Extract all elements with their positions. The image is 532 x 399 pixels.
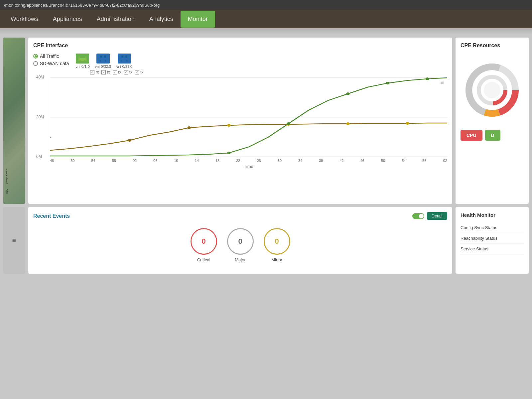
donut-chart-area — [462, 60, 522, 120]
major-label: Major — [235, 257, 246, 262]
x-axis-title: Time — [50, 164, 447, 169]
green-line — [50, 78, 447, 156]
radio-all-traffic[interactable]: All Traffic — [33, 54, 69, 59]
radio-sdwan[interactable]: SD-WAN data — [33, 61, 69, 66]
svg-rect-1 — [80, 56, 85, 58]
interface-icons-row: vni-0/1.0 vni- — [75, 54, 143, 68]
svg-rect-8 — [105, 60, 106, 62]
radio-all-traffic-indicator — [33, 54, 38, 59]
iface-vni0320[interactable]: vni-0/32.0 — [95, 54, 111, 68]
health-item-service-status: Service Status — [461, 244, 524, 254]
cb-tx2-label: tx — [129, 70, 132, 74]
gdot-3 — [346, 92, 350, 95]
svg-point-21 — [484, 82, 500, 98]
health-monitor-panel: Health Monitor Config Sync Status Reacha… — [456, 207, 529, 274]
map-sidebar: npс улица Катун — [3, 38, 25, 204]
major-circle: 0 — [227, 228, 254, 255]
main-content: npс улица Катун CPE Interface All Traffi… — [0, 34, 532, 207]
url-bar: /monitoring/appliances/Branch4!c7161683-… — [0, 0, 532, 10]
chart-area: ≡ 40M 20M 0M — [33, 77, 447, 170]
dot-6 — [406, 122, 409, 125]
x-axis-labels: 46 50 54 58 02 06 10 14 18 22 26 30 34 3… — [50, 159, 447, 163]
radio-sdwan-label: SD-WAN data — [40, 61, 69, 66]
cb-tx1-label: tx — [107, 70, 110, 74]
cb-tx3[interactable]: ✓ tx — [135, 70, 143, 74]
minor-circle: 0 — [264, 228, 290, 255]
events-circles: 0 Critical 0 Major 0 Minor — [33, 225, 447, 262]
cb-tx2[interactable]: ✓ tx — [124, 70, 132, 74]
dot-1 — [128, 139, 131, 142]
iface-vni010-icon — [76, 54, 89, 64]
nav-workflows[interactable]: Workflows — [3, 11, 46, 28]
cb-tx2-box: ✓ — [124, 70, 128, 74]
gdot-2 — [287, 122, 290, 125]
dot-5 — [346, 122, 350, 125]
checkboxes-row: ✓ rx ✓ tx ✓ rx ✓ tx — [90, 70, 143, 74]
resource-buttons-row: CPU D — [461, 130, 524, 141]
events-toggle[interactable] — [412, 213, 424, 219]
svg-rect-11 — [125, 56, 127, 58]
chart-svg: bps — [50, 77, 447, 157]
brown-line — [50, 123, 447, 150]
y-tick-0m: 0M — [36, 154, 42, 159]
minor-label: Minor — [271, 257, 282, 262]
svg-rect-5 — [100, 56, 102, 58]
iface-vni0320-icon — [96, 54, 110, 64]
y-axis-text: bps — [50, 133, 51, 140]
svg-rect-13 — [126, 60, 127, 62]
health-item-config-sync: Config Sync Status — [461, 222, 524, 233]
nav-analytics[interactable]: Analytics — [142, 11, 181, 28]
critical-label: Critical — [197, 257, 210, 262]
donut-chart-svg — [462, 60, 522, 120]
detail-button[interactable]: Detail — [427, 212, 447, 220]
minor-event: 0 Minor — [264, 228, 290, 262]
toggle-detail-row: Detail — [412, 212, 447, 220]
critical-value: 0 — [201, 237, 205, 246]
bottom-menu-icon: ≡ — [12, 237, 16, 244]
health-monitor-title: Health Monitor — [461, 212, 524, 218]
svg-rect-7 — [100, 60, 101, 62]
traffic-options: All Traffic SD-WAN data — [33, 54, 69, 66]
nav-monitor[interactable]: Monitor — [181, 11, 215, 28]
cpe-interface-title: CPE Interface — [33, 43, 447, 49]
url-text: /monitoring/appliances/Branch4!c7161683-… — [4, 3, 160, 8]
cb-rx1[interactable]: ✓ rx — [90, 70, 99, 74]
svg-rect-10 — [121, 56, 123, 58]
nav-administration[interactable]: Administration — [89, 11, 142, 28]
y-tick-40m: 40M — [36, 75, 44, 79]
iface-vni0330-icon — [118, 54, 131, 64]
bottom-row: ≡ Recent Events Detail 0 Critical 0 — [0, 207, 532, 277]
map-label-1: npс — [5, 189, 8, 194]
d-button[interactable]: D — [485, 130, 500, 141]
map-view: npс улица Катун — [3, 38, 25, 204]
gdot-5 — [426, 77, 429, 80]
critical-event: 0 Critical — [191, 228, 217, 262]
nav-bar: Workflows Appliances Administration Anal… — [0, 10, 532, 28]
iface-vni010[interactable]: vni-0/1.0 — [75, 54, 89, 68]
dot-3 — [227, 124, 231, 127]
cpe-resources-title: CPE Resources — [461, 43, 524, 49]
iface-vni0330[interactable]: vni-0/33.0 — [116, 54, 132, 68]
cb-tx1-box: ✓ — [101, 70, 106, 74]
chart-container: ≡ 40M 20M 0M — [50, 77, 447, 170]
cb-tx3-box: ✓ — [135, 70, 139, 74]
cb-rx2[interactable]: ✓ rx — [113, 70, 121, 74]
major-event: 0 Major — [227, 228, 254, 262]
cpe-resources-panel: CPE Resources CPU D — [456, 38, 529, 204]
major-value: 0 — [238, 237, 242, 246]
cb-rx2-box: ✓ — [113, 70, 117, 74]
recent-events-panel: Recent Events Detail 0 Critical 0 Major — [28, 207, 452, 274]
cpu-button[interactable]: CPU — [461, 130, 482, 141]
cb-tx1[interactable]: ✓ tx — [101, 70, 110, 74]
cb-rx1-label: rx — [95, 70, 99, 74]
radio-all-traffic-label: All Traffic — [40, 54, 59, 59]
gdot-4 — [386, 82, 390, 84]
cpe-interface-panel: CPE Interface All Traffic SD-WAN data — [28, 38, 452, 204]
svg-rect-12 — [121, 60, 122, 62]
cb-rx2-label: rx — [118, 70, 121, 74]
nav-appliances[interactable]: Appliances — [46, 11, 89, 28]
svg-rect-3 — [84, 60, 85, 62]
cb-rx1-box: ✓ — [90, 70, 94, 74]
radio-sdwan-indicator — [33, 61, 38, 66]
y-tick-20m: 20M — [36, 115, 44, 119]
